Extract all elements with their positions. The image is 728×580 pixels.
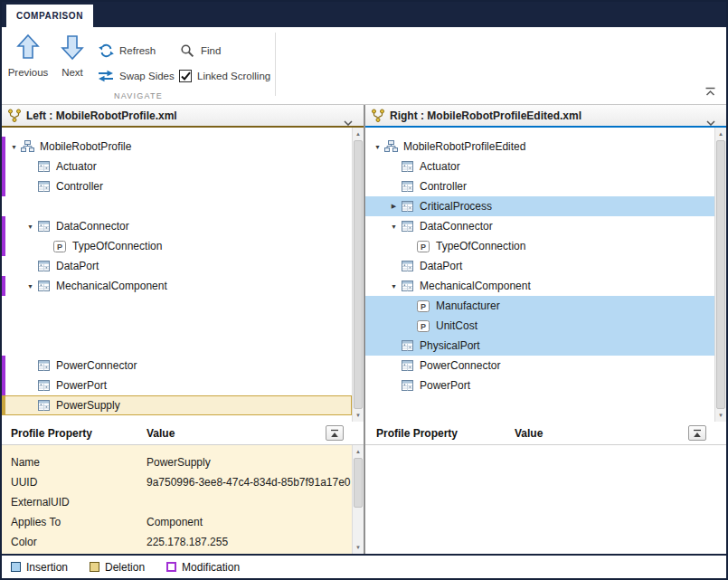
scroll-down-button[interactable]: ▼ bbox=[353, 541, 364, 554]
tree-item-label: UnitCost bbox=[436, 319, 477, 332]
next-button[interactable]: Next bbox=[52, 31, 92, 90]
collapse-node-icon[interactable]: ▼ bbox=[24, 223, 37, 230]
refresh-button[interactable]: Refresh bbox=[98, 42, 156, 60]
right-tree: ▼MobileRobotProfileEditedActuatorControl… bbox=[365, 128, 714, 422]
collapse-properties-button[interactable] bbox=[326, 425, 344, 441]
modification-change-bar[interactable] bbox=[2, 276, 5, 296]
scroll-up-button[interactable]: ▲ bbox=[353, 128, 364, 140]
previous-button[interactable]: Previous bbox=[5, 31, 51, 90]
tree-item-label: PowerSupply bbox=[56, 399, 120, 412]
tree-item-manufacturer[interactable]: PManufacturer bbox=[365, 296, 714, 316]
tab-comparison-label: COMPARISON bbox=[16, 11, 83, 21]
tree-item-label: Manufacturer bbox=[436, 300, 500, 312]
tree-item-dataport[interactable]: DataPort bbox=[365, 256, 714, 276]
tree-item-mobilerobotprofile[interactable]: ▼MobileRobotProfile bbox=[2, 137, 352, 157]
value-column-header: Value bbox=[147, 427, 175, 440]
expand-node-icon[interactable]: ▶ bbox=[387, 203, 401, 210]
right-tree-scrollbar[interactable]: ▲ ▼ bbox=[714, 128, 726, 422]
property-row-name[interactable]: NamePowerSupply bbox=[2, 452, 352, 472]
tree-gap-row bbox=[2, 316, 352, 336]
tree-item-dataconnector[interactable]: ▼DataConnector bbox=[365, 216, 714, 236]
property-panels: Profile Property Value NamePowerSupplyUU… bbox=[2, 422, 726, 554]
scroll-thumb[interactable] bbox=[354, 458, 363, 508]
scroll-down-button[interactable]: ▼ bbox=[353, 409, 364, 422]
swap-sides-button[interactable]: Swap Sides bbox=[98, 67, 175, 85]
comparison-tool-window: COMPARISON Previous Next bbox=[0, 0, 728, 580]
tree-item-controller[interactable]: Controller bbox=[365, 176, 714, 196]
collapse-node-icon[interactable]: ▼ bbox=[371, 144, 384, 150]
tree-item-actuator[interactable]: Actuator bbox=[2, 157, 352, 176]
tree-item-actuator[interactable]: Actuator bbox=[365, 157, 714, 176]
tree-item-label: Controller bbox=[420, 180, 467, 193]
left-properties-scrollbar[interactable]: ▲ ▼ bbox=[352, 445, 364, 554]
property-icon: P bbox=[417, 240, 431, 252]
linked-scrolling-checkbox[interactable]: Linked Scrolling bbox=[179, 67, 270, 85]
tree-item-physicalport[interactable]: PhysicalPort bbox=[365, 336, 714, 356]
tree-item-criticalprocess[interactable]: ▶CriticalProcess bbox=[365, 196, 714, 216]
scroll-down-button[interactable]: ▼ bbox=[715, 409, 726, 422]
tree-item-powerconnector[interactable]: PowerConnector bbox=[365, 356, 714, 376]
modification-change-bar[interactable] bbox=[2, 137, 5, 196]
tree-item-powerport[interactable]: PowerPort bbox=[2, 376, 352, 395]
tab-bar: COMPARISON bbox=[2, 2, 726, 27]
property-row-applies-to[interactable]: Applies ToComponent bbox=[2, 512, 352, 532]
linked-scrolling-label: Linked Scrolling bbox=[197, 71, 270, 81]
tree-item-unitcost[interactable]: PUnitCost bbox=[365, 316, 714, 336]
collapse-node-icon[interactable]: ▼ bbox=[387, 223, 401, 230]
tree-item-mechanicalcomponent[interactable]: ▼MechanicalComponent bbox=[2, 276, 352, 296]
stereotype-icon bbox=[37, 359, 52, 372]
property-name: Name bbox=[11, 456, 137, 469]
deletion-swatch-icon bbox=[90, 562, 99, 572]
status-bar-legend: InsertionDeletionModification bbox=[2, 554, 726, 578]
property-name: Color bbox=[11, 536, 137, 548]
tree-item-dataconnector[interactable]: ▼DataConnector bbox=[2, 216, 352, 236]
collapse-node-icon[interactable]: ▼ bbox=[24, 283, 37, 290]
modification-change-bar[interactable] bbox=[2, 356, 5, 395]
scroll-thumb[interactable] bbox=[716, 140, 725, 409]
property-row-uuid[interactable]: UUID9a750996-3ee8-47c4-834d-85b7f91a17e0 bbox=[2, 472, 352, 492]
stereotype-icon bbox=[401, 180, 415, 193]
tree-item-typeofconnection[interactable]: PTypeOfConnection bbox=[365, 236, 714, 256]
svg-text:P: P bbox=[421, 321, 426, 330]
tab-comparison[interactable]: COMPARISON bbox=[6, 5, 93, 27]
collapse-properties-button[interactable] bbox=[688, 425, 706, 441]
right-property-panel: Profile Property Value bbox=[365, 422, 726, 554]
tree-item-typeofconnection[interactable]: PTypeOfConnection bbox=[2, 236, 352, 256]
tree-item-powersupply[interactable]: PowerSupply bbox=[2, 395, 352, 415]
tree-item-controller[interactable]: Controller bbox=[2, 176, 352, 196]
left-tree-scrollbar[interactable]: ▲ ▼ bbox=[352, 128, 364, 422]
legend-modification: Modification bbox=[166, 561, 240, 574]
property-value: 9a750996-3ee8-47c4-834d-85b7f91a17e0 bbox=[147, 476, 351, 489]
property-icon: P bbox=[417, 319, 431, 332]
tree-item-label: MechanicalComponent bbox=[56, 280, 167, 292]
modification-change-bar[interactable] bbox=[2, 216, 5, 256]
tree-item-dataport[interactable]: DataPort bbox=[2, 256, 352, 276]
tree-item-mobilerobotprofileedited[interactable]: ▼MobileRobotProfileEdited bbox=[365, 137, 714, 157]
tree-item-mechanicalcomponent[interactable]: ▼MechanicalComponent bbox=[365, 276, 714, 296]
stereotype-icon bbox=[401, 280, 415, 292]
tree-gap-row bbox=[365, 395, 714, 415]
profile-icon bbox=[384, 140, 399, 153]
property-row-externaluid[interactable]: ExternalUID bbox=[2, 492, 352, 512]
property-row-color[interactable]: Color225.178.187.255 bbox=[2, 532, 352, 552]
stereotype-icon bbox=[37, 399, 52, 412]
deletion-change-bar[interactable] bbox=[2, 395, 5, 415]
checkbox-checked-icon[interactable] bbox=[179, 70, 192, 82]
svg-text:P: P bbox=[57, 242, 62, 251]
left-pane-header[interactable]: Left : MobileRobotProfile.xml bbox=[2, 105, 364, 128]
collapse-node-icon[interactable]: ▼ bbox=[7, 144, 21, 150]
tree-item-label: CriticalProcess bbox=[420, 200, 492, 213]
tree-item-powerconnector[interactable]: PowerConnector bbox=[2, 356, 352, 376]
scroll-up-button[interactable]: ▲ bbox=[715, 128, 726, 140]
svg-text:P: P bbox=[421, 242, 426, 251]
scroll-thumb[interactable] bbox=[354, 140, 363, 409]
tree-item-powerport[interactable]: PowerPort bbox=[365, 376, 714, 395]
right-pane-header[interactable]: Right : MobileRobotProfileEdited.xml bbox=[365, 105, 726, 128]
legend-deletion: Deletion bbox=[90, 561, 145, 574]
collapse-node-icon[interactable]: ▼ bbox=[387, 283, 401, 290]
left-property-header: Profile Property Value bbox=[2, 422, 364, 445]
find-label: Find bbox=[201, 45, 221, 56]
minimize-toolstrip-button[interactable] bbox=[701, 84, 719, 99]
find-button[interactable]: Find bbox=[179, 42, 221, 60]
scroll-up-button[interactable]: ▲ bbox=[353, 445, 364, 458]
